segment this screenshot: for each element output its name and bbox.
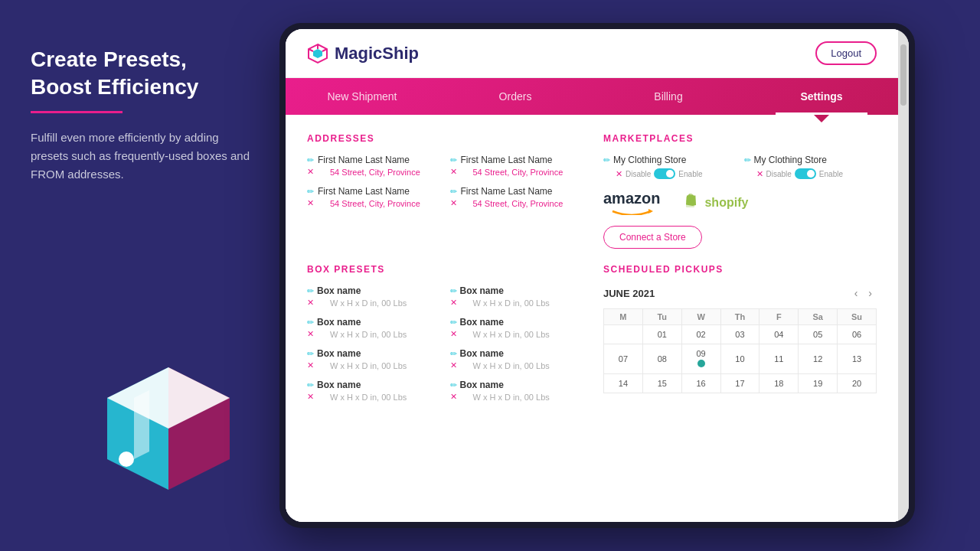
- box-del-3[interactable]: ✕: [307, 329, 314, 339]
- box-item-8: ✏ Box name ✕ W x H x D in, 00 Lbs: [450, 380, 581, 403]
- logo-text: MagicShip: [335, 44, 419, 64]
- cal-cell[interactable]: 20: [838, 374, 877, 393]
- marketplace-logos: amazon S: [603, 190, 877, 215]
- box-del-2[interactable]: ✕: [450, 298, 457, 308]
- box-edit-8[interactable]: ✏: [450, 380, 457, 390]
- box-del-8[interactable]: ✕: [450, 392, 457, 402]
- address-item-2: ✏ First Name Last Name ✕ 54 Street, City…: [450, 155, 581, 178]
- svg-point-4: [119, 452, 134, 467]
- cal-cell[interactable]: 05: [799, 325, 838, 344]
- calendar-title: SCHEDULED PICKUPS: [603, 264, 877, 275]
- cal-cell[interactable]: 11: [760, 344, 799, 374]
- calendar-prev-button[interactable]: ‹: [850, 285, 863, 301]
- edit-icon-4[interactable]: ✏: [450, 187, 457, 197]
- marketplace-grid: ✏ My Clothing Store ✕ Disable Enable: [603, 155, 877, 179]
- table-row: 01 02 03 04 05 06: [604, 325, 877, 344]
- cal-cell[interactable]: 06: [838, 325, 877, 344]
- calendar-nav: ‹ ›: [850, 285, 877, 301]
- cal-cell[interactable]: 16: [681, 374, 720, 393]
- address-item-1: ✏ First Name Last Name ✕ 54 Street, City…: [307, 155, 438, 178]
- connect-store-button[interactable]: Connect a Store: [603, 226, 702, 249]
- cal-cell[interactable]: 15: [642, 374, 681, 393]
- active-line: [776, 112, 867, 115]
- cal-header-m: M: [604, 309, 643, 325]
- logo-icon: [307, 43, 328, 64]
- marketplaces-section: MARKETPLACES ✏ My Clothing Store ✕: [603, 133, 877, 249]
- main-content: ADDRESSES ✏ First Name Last Name ✕: [286, 115, 898, 522]
- svg-text:S: S: [686, 198, 691, 206]
- cal-cell[interactable]: 17: [720, 374, 760, 393]
- cal-cell[interactable]: 14: [604, 374, 643, 393]
- scrollbar-thumb[interactable]: [900, 44, 906, 106]
- cal-cell[interactable]: 03: [720, 325, 760, 344]
- delete-icon-4[interactable]: ✕: [450, 198, 457, 208]
- box-edit-2[interactable]: ✏: [450, 286, 457, 296]
- toggle-switch-1[interactable]: [654, 168, 675, 179]
- box-item-6: ✏ Box name ✕ W x H x D in, 00 Lbs: [450, 348, 581, 372]
- box-del-5[interactable]: ✕: [307, 360, 314, 370]
- cal-cell[interactable]: 07: [604, 344, 643, 374]
- logo-area: MagicShip: [307, 43, 419, 64]
- cal-cell[interactable]: 10: [720, 344, 760, 374]
- address-item-3: ✏ First Name Last Name ✕ 54 Street, City…: [307, 186, 438, 210]
- svg-marker-6: [313, 49, 322, 58]
- mp-delete-icon-1[interactable]: ✕: [616, 169, 622, 179]
- table-row: 07 08 09 10 11 12 13: [604, 344, 877, 374]
- edit-icon-2[interactable]: ✏: [450, 155, 457, 165]
- description: Fulfill even more efficiently by adding …: [31, 129, 253, 184]
- logout-button[interactable]: Logout: [815, 41, 877, 65]
- nav-item-settings[interactable]: Settings: [745, 78, 898, 115]
- box-edit-6[interactable]: ✏: [450, 349, 457, 359]
- calendar-section: SCHEDULED PICKUPS JUNE 2021 ‹ › M: [603, 264, 877, 403]
- cal-cell[interactable]: 08: [642, 344, 681, 374]
- cal-header-th: Th: [720, 309, 760, 325]
- cal-cell[interactable]: 02: [681, 325, 720, 344]
- nav-item-new-shipment[interactable]: New Shipment: [286, 78, 439, 115]
- calendar-table: M Tu W Th F Sa Su: [603, 308, 877, 393]
- address-item-4: ✏ First Name Last Name ✕ 54 Street, City…: [450, 186, 581, 210]
- delete-icon-2[interactable]: ✕: [450, 167, 457, 177]
- mp-edit-icon-2[interactable]: ✏: [744, 155, 751, 165]
- svg-marker-10: [648, 209, 653, 214]
- cal-cell[interactable]: 12: [799, 344, 838, 374]
- box-edit-1[interactable]: ✏: [307, 286, 314, 296]
- edit-icon-3[interactable]: ✏: [307, 187, 314, 197]
- toggle-switch-2[interactable]: [795, 168, 816, 179]
- cal-cell[interactable]: 04: [760, 325, 799, 344]
- nav-bar: New Shipment Orders Billing Settings: [286, 78, 898, 115]
- box-item-4: ✏ Box name ✕ W x H x D in, 00 Lbs: [450, 317, 581, 341]
- tablet-inner: MagicShip Logout New Shipment Orders Bil…: [286, 29, 909, 522]
- delete-icon-3[interactable]: ✕: [307, 198, 314, 208]
- cal-cell[interactable]: 13: [838, 344, 877, 374]
- edit-icon-1[interactable]: ✏: [307, 155, 314, 165]
- cal-cell[interactable]: 18: [760, 374, 799, 393]
- cal-cell[interactable]: 19: [799, 374, 838, 393]
- box-item-2: ✏ Box name ✕ W x H x D in, 00 Lbs: [450, 285, 581, 309]
- bottom-section: BOX PRESETS ✏ Box name ✕ W x H x D in, 0…: [307, 264, 877, 403]
- mp-edit-icon-1[interactable]: ✏: [603, 155, 610, 165]
- cal-header-w: W: [681, 309, 720, 325]
- box-edit-4[interactable]: ✏: [450, 318, 457, 328]
- box-presets-section: BOX PRESETS ✏ Box name ✕ W x H x D in, 0…: [307, 264, 580, 403]
- shopify-logo: S shopify: [683, 194, 748, 212]
- box-edit-5[interactable]: ✏: [307, 349, 314, 359]
- nav-item-billing[interactable]: Billing: [592, 78, 745, 115]
- box-del-6[interactable]: ✕: [450, 360, 457, 370]
- box-edit-7[interactable]: ✏: [307, 380, 314, 390]
- delete-icon-1[interactable]: ✕: [307, 167, 314, 177]
- box-del-4[interactable]: ✕: [450, 329, 457, 339]
- box-del-7[interactable]: ✕: [307, 392, 314, 402]
- cal-cell[interactable]: 01: [642, 325, 681, 344]
- cal-event-dot: [697, 360, 705, 367]
- box-edit-3[interactable]: ✏: [307, 318, 314, 328]
- calendar-next-button[interactable]: ›: [864, 285, 877, 301]
- cal-cell[interactable]: 09: [681, 344, 720, 374]
- cal-header-tu: Tu: [642, 309, 681, 325]
- scrollbar[interactable]: [898, 29, 909, 522]
- box-del-1[interactable]: ✕: [307, 298, 314, 308]
- headline: Create Presets, Boost Efficiency: [31, 46, 253, 102]
- cal-cell[interactable]: [604, 325, 643, 344]
- addresses-section: ADDRESSES ✏ First Name Last Name ✕: [307, 133, 580, 249]
- nav-item-orders[interactable]: Orders: [439, 78, 592, 115]
- mp-delete-icon-2[interactable]: ✕: [756, 169, 763, 179]
